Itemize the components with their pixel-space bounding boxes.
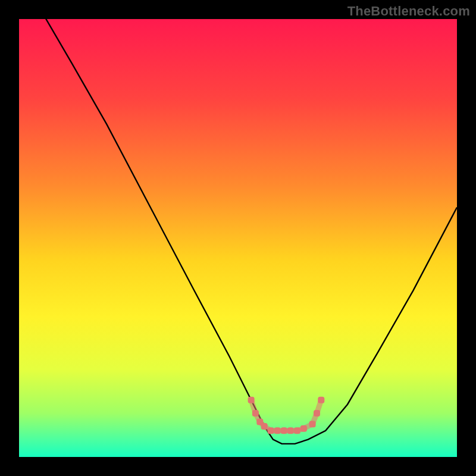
chart-svg	[19, 19, 457, 457]
svg-rect-5	[274, 427, 281, 434]
svg-rect-9	[300, 425, 307, 432]
svg-rect-4	[268, 427, 274, 434]
svg-rect-0	[248, 397, 255, 403]
svg-rect-3	[261, 423, 268, 430]
chart-plot-area	[19, 19, 457, 457]
svg-rect-11	[314, 410, 320, 416]
svg-rect-6	[281, 427, 287, 434]
svg-rect-1	[252, 410, 259, 416]
svg-rect-12	[318, 397, 324, 403]
svg-rect-10	[309, 421, 316, 427]
watermark-text: TheBottleneck.com	[347, 4, 470, 19]
chart-frame: TheBottleneck.com	[0, 0, 476, 476]
svg-rect-8	[294, 427, 300, 434]
svg-rect-7	[287, 427, 294, 434]
